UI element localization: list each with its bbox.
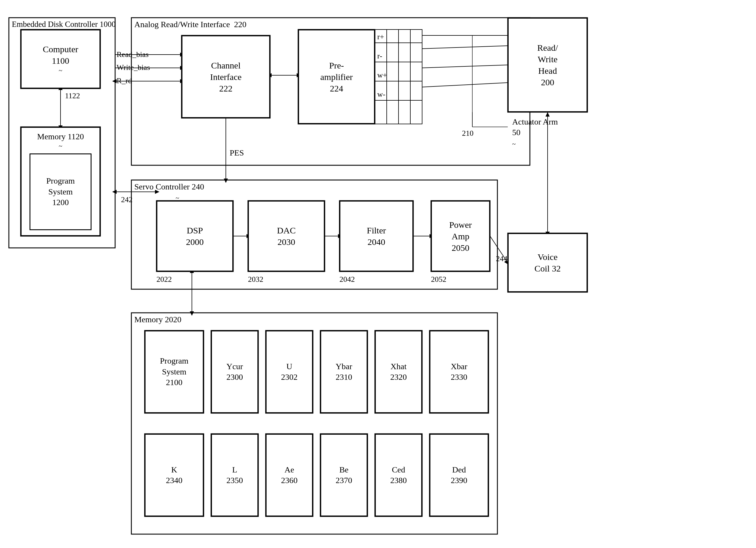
- svg-marker-41: [112, 79, 117, 83]
- dsp-block: DSP2000: [156, 201, 233, 272]
- r-plus-label: r+: [377, 32, 384, 42]
- memory-1120-label: Memory 1120: [37, 131, 84, 142]
- dac-label: DAC2030: [277, 225, 295, 248]
- be-block: Be2370: [320, 434, 368, 516]
- preamplifier-block: Pre-amplifier224: [298, 30, 375, 124]
- ybar-label: Ybar2310: [336, 361, 352, 383]
- program-system-1200-block: ProgramSystem1200: [30, 154, 92, 230]
- w-minus-label: w-: [377, 89, 385, 100]
- computer-label: Computer1100: [43, 43, 78, 66]
- l-label: L2350: [226, 464, 243, 486]
- svg-marker-56: [224, 179, 228, 183]
- program-system-2100-block: ProgramSystem2100: [145, 330, 204, 413]
- voice-coil-label: VoiceCoil 32: [534, 251, 561, 274]
- r-minus-label: r-: [377, 51, 382, 61]
- label-210: 210: [462, 128, 473, 138]
- power-amp-label: PowerAmp2050: [449, 219, 472, 254]
- filter-label: Filter2040: [367, 225, 386, 248]
- ybar-block: Ybar2310: [320, 330, 368, 413]
- u-block: U2302: [266, 330, 313, 413]
- ced-block: Ced2380: [375, 434, 422, 516]
- label-2022: 2022: [156, 274, 172, 284]
- write-bias-label: Write_bias: [117, 63, 150, 73]
- filter-block: Filter2040: [339, 201, 413, 272]
- xbar-block: Xbar2330: [430, 330, 489, 413]
- edc-label: Embedded Disk Controller 1000: [12, 19, 116, 30]
- ycur-label: Ycur2300: [226, 361, 243, 383]
- label-2042: 2042: [339, 274, 355, 284]
- ps-2100-label: ProgramSystem2100: [160, 355, 188, 388]
- memory-1120-block: Memory 1120 ~ ProgramSystem1200: [21, 127, 100, 236]
- xhat-label: Xhat2320: [390, 361, 407, 383]
- channel-interface-block: ChannelInterface222: [182, 35, 270, 118]
- r-rd-label: R_rd: [117, 76, 132, 86]
- rw-head-block: Read/WriteHead200: [508, 18, 587, 112]
- svg-line-49: [422, 65, 508, 68]
- channel-interface-label: ChannelInterface222: [210, 60, 242, 94]
- voice-coil-block: VoiceCoil 32: [508, 233, 587, 292]
- ced-label: Ced2380: [390, 464, 407, 486]
- label-2032: 2032: [248, 274, 263, 284]
- w-plus-label: w+: [377, 70, 387, 80]
- preamplifier-label: Pre-amplifier224: [320, 60, 353, 94]
- edc-title-text: Embedded Disk Controller 1000: [12, 20, 116, 29]
- computer-block: Computer1100 ~: [21, 30, 100, 89]
- svg-line-50: [422, 83, 508, 87]
- label-242: 242: [121, 195, 133, 205]
- svg-line-48: [422, 46, 508, 49]
- servo-controller-label: Servo Controller 240~: [134, 182, 204, 203]
- k-block: K2340: [145, 434, 204, 516]
- dsp-label: DSP2000: [186, 225, 204, 248]
- svg-marker-58: [112, 190, 117, 194]
- diagram: Embedded Disk Controller 1000 ~ Computer…: [0, 0, 756, 548]
- l-block: L2350: [211, 434, 258, 516]
- xbar-label: Xbar2330: [451, 361, 467, 383]
- xhat-block: Xhat2320: [375, 330, 422, 413]
- k-label: K2340: [166, 464, 182, 486]
- ded-label: Ded2390: [451, 464, 467, 486]
- u-label: U2302: [281, 361, 298, 383]
- label-2052: 2052: [431, 274, 446, 284]
- rw-head-label: Read/WriteHead200: [537, 42, 558, 88]
- label-244: 244: [496, 254, 507, 264]
- actuator-arm-label: Actuator Arm50~: [512, 117, 558, 149]
- ae-block: Ae2360: [266, 434, 313, 516]
- program-system-1200-label: ProgramSystem1200: [46, 176, 75, 208]
- ae-label: Ae2360: [281, 464, 298, 486]
- ded-block: Ded2390: [430, 434, 489, 516]
- svg-marker-72: [546, 112, 550, 117]
- read-bias-label: Read_bias: [117, 50, 148, 60]
- dac-block: DAC2030: [248, 201, 325, 272]
- pes-label: PES: [230, 148, 244, 158]
- svg-marker-70: [190, 311, 194, 316]
- ycur-block: Ycur2300: [211, 330, 258, 413]
- be-label: Be2370: [336, 464, 352, 486]
- power-amp-block: PowerAmp2050: [431, 201, 490, 272]
- label-1122: 1122: [65, 91, 80, 101]
